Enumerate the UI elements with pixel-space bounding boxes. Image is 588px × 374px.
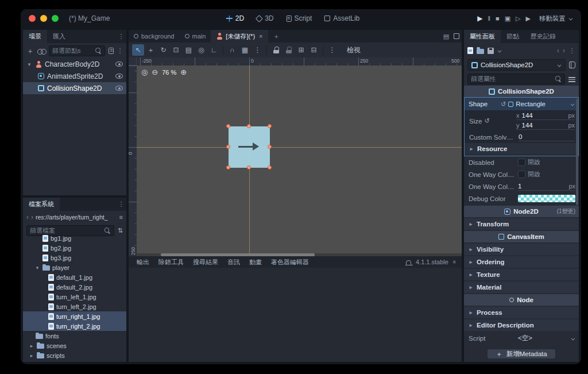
tab-shader-editor[interactable]: 著色器編輯器 xyxy=(266,256,314,268)
open-docs-icon[interactable] xyxy=(569,61,575,68)
movie-mode-icon[interactable]: ▣ xyxy=(505,16,510,22)
toggle-split-mode-icon[interactable]: ≡ xyxy=(119,214,123,221)
tree-row-animatedsprite2d[interactable]: AnimatedSprite2D xyxy=(23,70,126,82)
tab-node[interactable]: 節點 xyxy=(501,30,525,43)
folder-row-player[interactable]: ▾ player xyxy=(23,263,126,272)
revert-icon[interactable]: ↺ xyxy=(484,117,489,125)
expand-caret-icon[interactable]: ▸ xyxy=(29,353,34,358)
folder-row-fonts[interactable]: fonts xyxy=(23,331,126,341)
file-row-selected[interactable]: turn_right_2.jpg xyxy=(23,321,126,331)
section-material[interactable]: ▸ Material xyxy=(464,282,579,293)
rotate-tool-icon[interactable]: ↻ xyxy=(157,44,169,56)
tab-2d[interactable]: 2D xyxy=(226,14,244,22)
skeleton-options-icon[interactable]: ⋮ xyxy=(326,44,338,56)
horizontal-scrollbar-thumb[interactable] xyxy=(161,253,315,256)
section-process[interactable]: ▸ Process xyxy=(464,307,579,318)
collapse-caret-icon[interactable]: ▾ xyxy=(34,265,40,271)
renderer-dropdown[interactable]: 移動裝置 xyxy=(539,14,573,23)
tab-audio[interactable]: 音訊 xyxy=(223,256,245,268)
section-texture[interactable]: ▸ Texture xyxy=(464,269,579,280)
folder-row-scripts[interactable]: ▸ scripts xyxy=(23,350,126,360)
tab-animation[interactable]: 動畫 xyxy=(245,256,266,268)
pivot-tool-icon[interactable]: ◎ xyxy=(195,44,207,56)
script-dropdown[interactable]: <空> xyxy=(518,334,575,342)
distraction-free-icon[interactable] xyxy=(451,30,462,43)
scene-list-icon[interactable]: ▤ xyxy=(441,30,451,43)
inspector-options-icon[interactable]: ⋮ xyxy=(568,47,575,55)
visibility-eye-icon[interactable] xyxy=(115,86,123,91)
file-row[interactable]: default_2.jpg xyxy=(23,282,126,292)
new-resource-icon[interactable] xyxy=(467,47,473,54)
node-selector-dropdown[interactable]: CollisionShape2D xyxy=(467,59,566,71)
move-tool-icon[interactable]: ＋ xyxy=(145,44,157,56)
close-window-button[interactable] xyxy=(29,15,36,22)
file-row[interactable]: turn_left_1.jpg xyxy=(23,292,126,302)
sort-files-icon[interactable]: ⇅ xyxy=(118,228,123,234)
select-tool-icon[interactable]: ↖ xyxy=(132,44,144,56)
group-icon[interactable]: ⊞ xyxy=(295,44,307,56)
zoom-out-button[interactable]: ⊖ xyxy=(152,68,158,76)
file-row-selected[interactable]: turn_right_1.jpg xyxy=(23,311,126,321)
revert-icon[interactable]: ↺ xyxy=(501,101,506,108)
center-view-icon[interactable]: ◎ xyxy=(141,68,148,76)
play-custom-scene-button[interactable]: ▶ xyxy=(526,16,531,22)
pause-button[interactable]: ‖ xyxy=(488,16,490,22)
attach-script-icon[interactable] xyxy=(109,48,114,54)
filter-options-icon[interactable] xyxy=(568,77,575,82)
dock-options-icon[interactable]: ⋮ xyxy=(116,198,126,211)
save-resource-icon[interactable] xyxy=(488,48,494,54)
size-y-field[interactable]: y 144 px xyxy=(516,122,575,130)
grid-snap-icon[interactable]: ▦ xyxy=(239,44,251,56)
chevron-down-icon[interactable] xyxy=(497,49,502,52)
debug-color-swatch[interactable] xyxy=(518,195,575,202)
tab-filesystem[interactable]: 檔案系統 xyxy=(23,198,60,211)
ruler-tool-icon[interactable]: ∟ xyxy=(208,44,220,56)
scene-filter-input[interactable] xyxy=(52,47,92,54)
file-row[interactable]: default_1.jpg xyxy=(23,272,126,282)
engine-version[interactable]: 4.1.1.stable xyxy=(416,259,448,265)
property-shape[interactable]: Shape ↺ Rectangle xyxy=(465,98,578,110)
size-x-field[interactable]: x 144 px xyxy=(516,112,575,120)
disabled-checkbox[interactable] xyxy=(518,159,525,166)
tab-import[interactable]: 匯入 xyxy=(47,30,71,43)
zoom-window-button[interactable] xyxy=(52,15,59,22)
collision-shape-rect[interactable] xyxy=(229,126,270,168)
scale-tool-icon[interactable]: ⊡ xyxy=(170,44,182,56)
section-transform[interactable]: ▸ Transform xyxy=(464,218,579,230)
selection-handle[interactable] xyxy=(268,124,272,128)
file-row[interactable]: bg2.jpg xyxy=(23,243,126,253)
collapse-caret-icon[interactable]: ▾ xyxy=(26,61,32,67)
tab-scene[interactable]: 場景 xyxy=(23,30,47,43)
expand-bottom-panel-icon[interactable]: « xyxy=(451,260,458,264)
selection-handle[interactable] xyxy=(247,165,251,169)
minimize-window-button[interactable] xyxy=(40,15,47,22)
tab-assetlib[interactable]: AssetLib xyxy=(324,14,359,22)
load-resource-icon[interactable] xyxy=(477,49,484,54)
add-node-button[interactable]: ＋ xyxy=(26,47,34,55)
add-metadata-button[interactable]: ＋ 新增Metadata xyxy=(488,349,555,358)
tab-3d[interactable]: 3D xyxy=(257,14,273,22)
section-ordering[interactable]: ▸ Ordering xyxy=(464,256,579,268)
lock-icon[interactable] xyxy=(270,44,282,56)
selection-handle[interactable] xyxy=(226,145,230,149)
scene-extra-options-icon[interactable]: ⋮ xyxy=(117,47,123,55)
folder-row-scenes[interactable]: ▸ scenes xyxy=(23,341,126,350)
expand-caret-icon[interactable]: ▸ xyxy=(29,343,34,349)
play-scene-button[interactable]: ▷ xyxy=(516,16,520,22)
file-row[interactable]: bg3.jpg xyxy=(23,253,126,263)
tab-inspector[interactable]: 屬性面板 xyxy=(464,30,501,43)
scene-tab-background[interactable]: background xyxy=(129,30,180,43)
list-select-tool-icon[interactable]: ▤ xyxy=(183,44,195,56)
notification-bell-icon[interactable] xyxy=(406,260,411,265)
tree-row-collisionshape2d[interactable]: CollisionShape2D xyxy=(23,82,126,94)
history-forward-icon[interactable]: › xyxy=(31,213,33,221)
selection-handle[interactable] xyxy=(268,165,272,169)
new-scene-tab-button[interactable]: ＋ xyxy=(268,30,285,43)
scene-tab-unsaved[interactable]: [未儲存](*) × xyxy=(211,30,268,43)
instance-scene-icon[interactable] xyxy=(37,49,45,54)
tab-output[interactable]: 輸出 xyxy=(132,256,154,268)
file-row[interactable]: turn_left_2.jpg xyxy=(23,302,126,311)
history-back-icon[interactable]: ‹ xyxy=(557,47,559,55)
scene-tab-main[interactable]: main xyxy=(180,30,211,43)
dock-options-icon[interactable]: ⋮ xyxy=(116,30,126,43)
